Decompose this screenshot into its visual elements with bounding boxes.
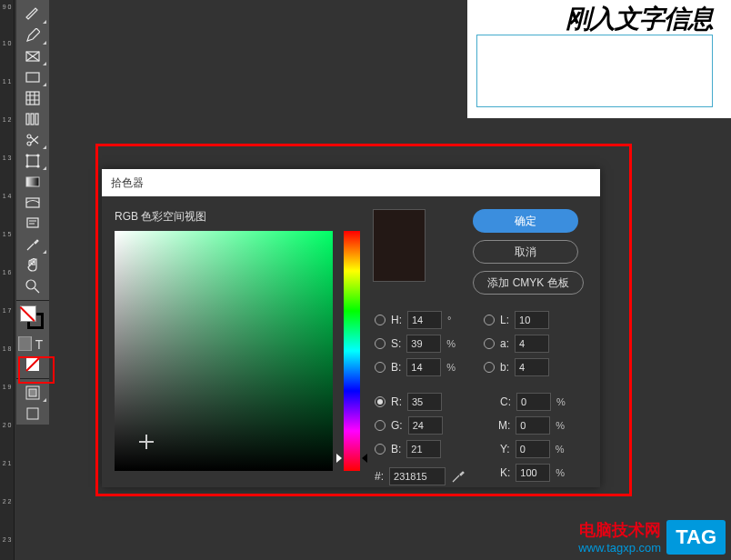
- saturation-brightness-field[interactable]: [115, 231, 333, 471]
- y-input[interactable]: [516, 440, 550, 458]
- free-transform-tool[interactable]: [18, 151, 47, 171]
- s-radio[interactable]: [375, 338, 386, 349]
- svg-rect-22: [29, 389, 36, 396]
- svg-rect-15: [27, 218, 38, 227]
- color-picker-dialog: 拾色器 RGB 色彩空间视图 确定 取消 添加 CMYK 色板 H: ° S: …: [102, 169, 600, 487]
- pencil-tool[interactable]: [18, 25, 47, 45]
- svg-rect-8: [27, 155, 38, 166]
- svg-point-11: [26, 165, 28, 167]
- k-input[interactable]: [516, 464, 550, 482]
- hex-row: #:: [375, 467, 466, 485]
- scissors-tool[interactable]: [18, 130, 47, 150]
- color-preview: [373, 209, 426, 282]
- r-radio[interactable]: [375, 396, 386, 407]
- a-row: a:: [484, 335, 549, 353]
- m-input[interactable]: [516, 416, 550, 435]
- svg-rect-13: [26, 177, 39, 186]
- h-radio[interactable]: [375, 315, 386, 325]
- svg-rect-4: [31, 114, 34, 125]
- watermark-cn: 电脑技术网: [579, 519, 661, 541]
- b-hsb-row: B: %: [375, 358, 457, 376]
- k-row: K: %: [500, 464, 566, 482]
- svg-point-9: [26, 155, 28, 156]
- l-radio[interactable]: [484, 315, 495, 325]
- watermark-url: www.tagxp.com: [578, 541, 661, 555]
- rectangle-tool[interactable]: [18, 67, 47, 87]
- hex-input[interactable]: [389, 467, 446, 485]
- b-lab-row: b:: [484, 358, 549, 376]
- h-input[interactable]: [407, 311, 442, 329]
- l-input[interactable]: [515, 311, 549, 329]
- b-hsb-input[interactable]: [406, 358, 441, 376]
- b-rgb-radio[interactable]: [375, 444, 386, 455]
- svg-rect-2: [26, 92, 39, 105]
- hue-slider[interactable]: [344, 231, 360, 471]
- b-rgb-row: B:: [375, 440, 441, 458]
- grid-tool[interactable]: [18, 88, 47, 108]
- dialog-title: 拾色器: [111, 175, 144, 191]
- eyedropper-tool[interactable]: [18, 235, 47, 255]
- h-row: H: °: [375, 311, 458, 329]
- hue-pointer-right: [362, 454, 367, 463]
- cancel-button[interactable]: 取消: [473, 240, 578, 264]
- hand-tool[interactable]: [18, 255, 47, 275]
- ok-button[interactable]: 确定: [473, 209, 578, 233]
- svg-point-12: [37, 165, 39, 167]
- b-rgb-input[interactable]: [406, 440, 441, 458]
- note-tool[interactable]: [18, 214, 47, 234]
- svg-rect-14: [26, 198, 39, 207]
- canvas-area[interactable]: 刚入文字信息: [467, 0, 731, 118]
- g-radio[interactable]: [375, 420, 386, 431]
- rectangle-frame-tool[interactable]: [18, 46, 47, 66]
- svg-point-7: [27, 142, 31, 145]
- a-input[interactable]: [515, 335, 549, 353]
- svg-point-10: [37, 155, 39, 156]
- a-radio[interactable]: [484, 338, 495, 349]
- l-row: L:: [484, 311, 549, 329]
- c-row: C: %: [500, 393, 567, 411]
- m-row: M: %: [498, 416, 566, 435]
- fill-swatch[interactable]: [20, 305, 36, 322]
- r-row: R:: [375, 393, 442, 411]
- svg-point-6: [27, 135, 31, 138]
- b-lab-input[interactable]: [515, 358, 549, 376]
- b-hsb-radio[interactable]: [375, 362, 386, 373]
- column-tool[interactable]: [18, 109, 47, 129]
- g-row: G:: [375, 416, 443, 435]
- pen-tool[interactable]: [18, 5, 47, 25]
- svg-rect-23: [27, 408, 38, 419]
- dialog-titlebar[interactable]: 拾色器: [102, 169, 600, 196]
- add-cmyk-swatch-button[interactable]: 添加 CMYK 色板: [473, 271, 584, 295]
- gradient-feather-tool[interactable]: [18, 193, 47, 213]
- b-lab-radio[interactable]: [484, 362, 495, 373]
- view-mode-preview[interactable]: [18, 404, 47, 424]
- s-input[interactable]: [406, 335, 441, 353]
- y-row: Y: %: [500, 440, 566, 458]
- svg-point-16: [26, 280, 35, 289]
- fill-stroke-swatch[interactable]: [18, 305, 47, 332]
- watermark: 电脑技术网 www.tagxp.com TAG: [578, 519, 726, 555]
- zoom-tool[interactable]: [18, 276, 47, 296]
- svg-rect-1: [26, 73, 39, 82]
- canvas-headline: 刚入文字信息: [566, 2, 713, 36]
- gradient-swatch-tool[interactable]: [18, 172, 47, 192]
- watermark-tag: TAG: [666, 520, 726, 555]
- svg-rect-5: [35, 114, 38, 125]
- vertical-ruler: 9 0 1 0 1 1 1 2 1 3 1 4 1 5 1 6 1 7 1 8 …: [0, 0, 15, 560]
- text-frame[interactable]: [476, 35, 713, 107]
- annotation-highlight-swatch: [18, 356, 55, 384]
- svg-rect-17: [19, 336, 32, 351]
- r-input[interactable]: [407, 393, 442, 411]
- g-input[interactable]: [408, 416, 443, 435]
- eyedropper-icon[interactable]: [451, 469, 466, 484]
- hue-pointer-left: [336, 454, 342, 463]
- c-input[interactable]: [516, 393, 551, 411]
- view-mode-normal[interactable]: [18, 383, 47, 403]
- s-row: S: %: [375, 335, 457, 353]
- svg-rect-3: [26, 114, 29, 125]
- svg-text:T: T: [35, 338, 44, 351]
- format-container-text-toggle[interactable]: T: [18, 334, 47, 354]
